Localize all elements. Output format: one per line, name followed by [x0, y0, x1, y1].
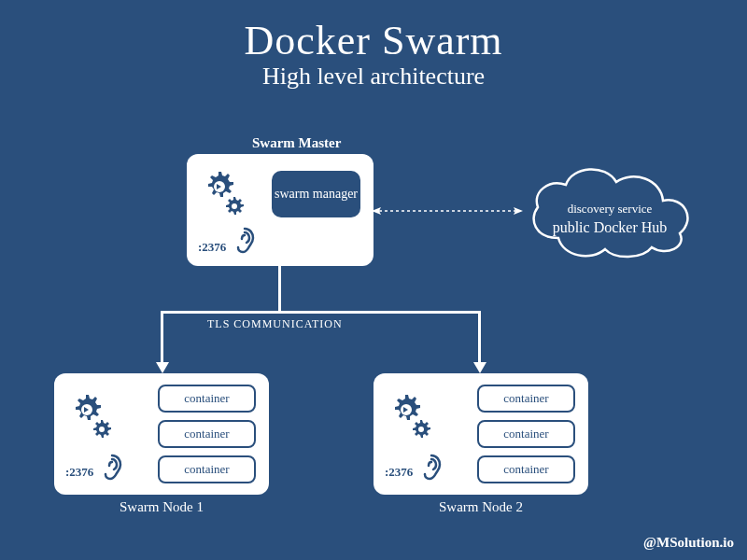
- swarm-master-label: Swarm Master: [252, 135, 341, 151]
- connector-line: [278, 266, 281, 313]
- connector-line: [161, 311, 481, 314]
- discovery-cloud: discovery service public Docker Hub: [521, 159, 698, 261]
- swarm-node-2-label: Swarm Node 2: [439, 499, 523, 515]
- ear-icon: [101, 454, 123, 485]
- container-box: container: [477, 420, 575, 448]
- svg-point-4: [99, 427, 105, 432]
- arrowhead-icon: [156, 362, 169, 373]
- arrowhead-icon: [473, 362, 486, 373]
- page-subtitle: High level architecture: [0, 63, 747, 91]
- swarm-node-1-box: :2376 container container container: [54, 373, 269, 495]
- swarm-manager-box: swarm manager: [272, 171, 360, 217]
- container-box: container: [158, 385, 256, 413]
- svg-point-1: [232, 203, 237, 209]
- container-box: container: [477, 455, 575, 483]
- tls-label: TLS COMMUNICATION: [207, 317, 343, 331]
- cloud-line1: discovery service: [521, 201, 698, 217]
- page-title: Docker Swarm: [0, 0, 747, 64]
- container-box: container: [158, 455, 256, 483]
- gears-icon: [198, 167, 252, 225]
- swarm-node-1-label: Swarm Node 1: [120, 499, 204, 515]
- ear-icon: [233, 227, 256, 259]
- container-box: container: [477, 385, 575, 413]
- swarm-node-2-box: :2376 container container container: [374, 373, 588, 495]
- connector-line: [478, 311, 481, 364]
- node2-port-label: :2376: [385, 465, 413, 480]
- swarm-master-box: swarm manager :2376: [187, 154, 374, 266]
- ear-icon: [420, 454, 443, 485]
- master-port-label: :2376: [198, 240, 226, 255]
- container-box: container: [158, 420, 256, 448]
- cloud-line2: public Docker Hub: [521, 217, 698, 238]
- svg-point-6: [418, 427, 424, 432]
- gears-icon: [65, 390, 120, 448]
- connector-line: [161, 311, 163, 364]
- bidirectional-arrow: [372, 203, 523, 211]
- cloud-text: discovery service public Docker Hub: [521, 201, 698, 239]
- node1-port-label: :2376: [65, 465, 93, 480]
- gears-icon: [385, 390, 439, 448]
- credit-label: @MSolution.io: [643, 535, 734, 551]
